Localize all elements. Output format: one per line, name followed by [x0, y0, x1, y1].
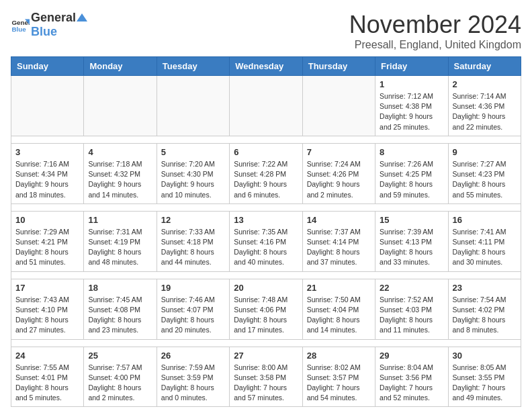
- calendar-week-row: 3Sunrise: 7:16 AM Sunset: 4:34 PM Daylig…: [11, 143, 521, 203]
- week-spacer-cell: [11, 203, 521, 211]
- day-info: Sunrise: 8:00 AM Sunset: 3:58 PM Dayligh…: [234, 363, 298, 404]
- weekday-header-saturday: Saturday: [448, 57, 521, 76]
- day-info: Sunrise: 7:22 AM Sunset: 4:28 PM Dayligh…: [234, 159, 298, 200]
- day-number: 21: [307, 283, 371, 293]
- day-number: 27: [234, 351, 298, 361]
- day-number: 9: [453, 147, 517, 157]
- day-number: 14: [307, 215, 371, 225]
- calendar-day-cell: 19Sunrise: 7:46 AM Sunset: 4:07 PM Dayli…: [157, 279, 229, 339]
- day-number: 2: [453, 79, 517, 89]
- calendar-day-cell: 14Sunrise: 7:37 AM Sunset: 4:14 PM Dayli…: [302, 211, 375, 271]
- calendar-week-row: 17Sunrise: 7:43 AM Sunset: 4:10 PM Dayli…: [11, 279, 521, 339]
- calendar-day-cell: 29Sunrise: 8:04 AM Sunset: 3:56 PM Dayli…: [375, 347, 448, 407]
- calendar-day-cell: 7Sunrise: 7:24 AM Sunset: 4:26 PM Daylig…: [302, 143, 375, 203]
- day-number: 13: [234, 215, 298, 225]
- day-number: 11: [88, 215, 152, 225]
- day-number: 18: [88, 283, 152, 293]
- weekday-header-thursday: Thursday: [302, 57, 375, 76]
- calendar-day-cell: 26Sunrise: 7:59 AM Sunset: 3:59 PM Dayli…: [157, 347, 229, 407]
- day-info: Sunrise: 7:57 AM Sunset: 4:00 PM Dayligh…: [88, 363, 152, 404]
- day-info: Sunrise: 7:46 AM Sunset: 4:07 PM Dayligh…: [161, 295, 225, 336]
- weekday-header-monday: Monday: [84, 57, 157, 76]
- day-info: Sunrise: 7:50 AM Sunset: 4:04 PM Dayligh…: [307, 295, 371, 336]
- day-number: 30: [453, 351, 517, 361]
- logo: General Blue General Blue: [11, 11, 89, 39]
- calendar-day-cell: 23Sunrise: 7:54 AM Sunset: 4:02 PM Dayli…: [448, 279, 521, 339]
- day-info: Sunrise: 7:55 AM Sunset: 4:01 PM Dayligh…: [15, 363, 79, 404]
- calendar-day-cell: [302, 76, 375, 136]
- calendar-day-cell: [157, 76, 229, 136]
- title-area: November 2024 Preesall, England, United …: [349, 11, 521, 51]
- day-number: 10: [15, 215, 79, 225]
- calendar-day-cell: [84, 76, 157, 136]
- logo-blue-text: Blue: [31, 25, 57, 38]
- day-info: Sunrise: 7:12 AM Sunset: 4:38 PM Dayligh…: [380, 91, 443, 132]
- header: General Blue General Blue November 2024 …: [11, 11, 521, 51]
- day-number: 16: [453, 215, 517, 225]
- day-info: Sunrise: 7:35 AM Sunset: 4:16 PM Dayligh…: [234, 227, 298, 268]
- week-spacer-cell: [11, 339, 521, 347]
- calendar-day-cell: 2Sunrise: 7:14 AM Sunset: 4:36 PM Daylig…: [448, 76, 521, 136]
- week-spacer-row: [11, 136, 521, 143]
- calendar-day-cell: 3Sunrise: 7:16 AM Sunset: 4:34 PM Daylig…: [11, 143, 84, 203]
- day-info: Sunrise: 7:31 AM Sunset: 4:19 PM Dayligh…: [88, 227, 152, 268]
- day-number: 3: [15, 147, 79, 157]
- calendar-day-cell: 6Sunrise: 7:22 AM Sunset: 4:28 PM Daylig…: [230, 143, 302, 203]
- svg-text:Blue: Blue: [11, 26, 26, 33]
- week-spacer-cell: [11, 271, 521, 279]
- calendar-day-cell: 21Sunrise: 7:50 AM Sunset: 4:04 PM Dayli…: [302, 279, 375, 339]
- logo-general-text: General: [31, 11, 76, 25]
- calendar-day-cell: 24Sunrise: 7:55 AM Sunset: 4:01 PM Dayli…: [11, 347, 84, 407]
- day-info: Sunrise: 7:18 AM Sunset: 4:32 PM Dayligh…: [88, 159, 152, 200]
- day-number: 20: [234, 283, 298, 293]
- calendar-day-cell: 8Sunrise: 7:26 AM Sunset: 4:25 PM Daylig…: [375, 143, 448, 203]
- calendar-day-cell: 22Sunrise: 7:52 AM Sunset: 4:03 PM Dayli…: [375, 279, 448, 339]
- day-info: Sunrise: 7:52 AM Sunset: 4:03 PM Dayligh…: [380, 295, 443, 336]
- day-number: 12: [161, 215, 225, 225]
- day-number: 1: [380, 79, 443, 89]
- day-info: Sunrise: 7:45 AM Sunset: 4:08 PM Dayligh…: [88, 295, 152, 336]
- day-info: Sunrise: 7:24 AM Sunset: 4:26 PM Dayligh…: [307, 159, 371, 200]
- day-number: 26: [161, 351, 225, 361]
- day-info: Sunrise: 7:41 AM Sunset: 4:11 PM Dayligh…: [453, 227, 517, 268]
- weekday-header-friday: Friday: [375, 57, 448, 76]
- day-info: Sunrise: 7:26 AM Sunset: 4:25 PM Dayligh…: [380, 159, 443, 200]
- day-number: 5: [161, 147, 225, 157]
- calendar-table: SundayMondayTuesdayWednesdayThursdayFrid…: [11, 56, 521, 407]
- calendar-day-cell: 15Sunrise: 7:39 AM Sunset: 4:13 PM Dayli…: [375, 211, 448, 271]
- day-number: 19: [161, 283, 225, 293]
- calendar-day-cell: [11, 76, 84, 136]
- calendar-day-cell: 25Sunrise: 7:57 AM Sunset: 4:00 PM Dayli…: [84, 347, 157, 407]
- calendar-day-cell: [230, 76, 302, 136]
- logo-icon: General Blue: [11, 15, 30, 34]
- calendar-day-cell: 5Sunrise: 7:20 AM Sunset: 4:30 PM Daylig…: [157, 143, 229, 203]
- calendar-day-cell: 12Sunrise: 7:33 AM Sunset: 4:18 PM Dayli…: [157, 211, 229, 271]
- week-spacer-cell: [11, 136, 521, 143]
- calendar-day-cell: 28Sunrise: 8:02 AM Sunset: 3:57 PM Dayli…: [302, 347, 375, 407]
- week-spacer-row: [11, 339, 521, 347]
- week-spacer-row: [11, 203, 521, 211]
- calendar-day-cell: 30Sunrise: 8:05 AM Sunset: 3:55 PM Dayli…: [448, 347, 521, 407]
- day-info: Sunrise: 7:14 AM Sunset: 4:36 PM Dayligh…: [453, 91, 517, 132]
- day-number: 15: [380, 215, 443, 225]
- day-number: 29: [380, 351, 443, 361]
- day-info: Sunrise: 7:16 AM Sunset: 4:34 PM Dayligh…: [15, 159, 79, 200]
- day-number: 28: [307, 351, 371, 361]
- calendar-day-cell: 16Sunrise: 7:41 AM Sunset: 4:11 PM Dayli…: [448, 211, 521, 271]
- day-info: Sunrise: 7:33 AM Sunset: 4:18 PM Dayligh…: [161, 227, 225, 268]
- day-number: 17: [15, 283, 79, 293]
- calendar-day-cell: 9Sunrise: 7:27 AM Sunset: 4:23 PM Daylig…: [448, 143, 521, 203]
- day-info: Sunrise: 7:20 AM Sunset: 4:30 PM Dayligh…: [161, 159, 225, 200]
- day-info: Sunrise: 7:43 AM Sunset: 4:10 PM Dayligh…: [15, 295, 79, 336]
- day-number: 23: [453, 283, 517, 293]
- subtitle: Preesall, England, United Kingdom: [349, 39, 521, 51]
- day-info: Sunrise: 7:59 AM Sunset: 3:59 PM Dayligh…: [161, 363, 225, 404]
- main-title: November 2024: [349, 11, 521, 39]
- day-info: Sunrise: 7:29 AM Sunset: 4:21 PM Dayligh…: [15, 227, 79, 268]
- day-number: 6: [234, 147, 298, 157]
- calendar-day-cell: 4Sunrise: 7:18 AM Sunset: 4:32 PM Daylig…: [84, 143, 157, 203]
- calendar-header-row: SundayMondayTuesdayWednesdayThursdayFrid…: [11, 57, 521, 76]
- calendar-day-cell: 17Sunrise: 7:43 AM Sunset: 4:10 PM Dayli…: [11, 279, 84, 339]
- calendar-day-cell: 1Sunrise: 7:12 AM Sunset: 4:38 PM Daylig…: [375, 76, 448, 136]
- calendar-day-cell: 11Sunrise: 7:31 AM Sunset: 4:19 PM Dayli…: [84, 211, 157, 271]
